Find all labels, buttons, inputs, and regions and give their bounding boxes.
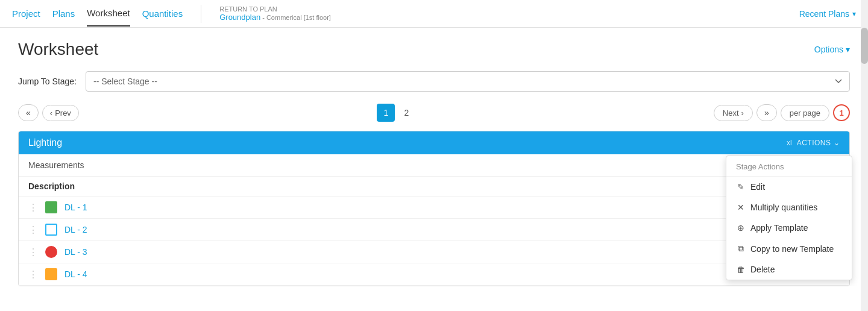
page-1-btn[interactable]: 1: [377, 104, 395, 122]
page-badge: 1: [833, 104, 850, 121]
drag-handle-icon[interactable]: ⋮: [28, 269, 38, 280]
actions-label: ACTIONS: [797, 139, 831, 147]
row-label[interactable]: DL - 2: [64, 225, 87, 234]
nav-links: Project Plans Worksheet Quantities RETUR…: [12, 1, 799, 27]
drag-handle-icon[interactable]: ⋮: [28, 224, 38, 236]
prev-page-button[interactable]: ‹ Prev: [42, 105, 79, 121]
table-header: Lighting xl ACTIONS ⌄ Stage Actions ✎ Ed…: [19, 131, 849, 154]
apply-template-icon: ⊕: [736, 223, 746, 233]
color-swatch: [45, 201, 57, 213]
nav-quantities[interactable]: Quantities: [142, 1, 183, 26]
nav-worksheet[interactable]: Worksheet: [87, 1, 130, 27]
top-nav: Project Plans Worksheet Quantities RETUR…: [0, 0, 868, 28]
last-page-button[interactable]: »: [756, 104, 777, 121]
row-label[interactable]: DL - 3: [64, 247, 87, 257]
multiply-icon: ✕: [736, 203, 746, 212]
chevron-down-icon: ▾: [852, 10, 856, 18]
scroll-thumb[interactable]: [861, 28, 868, 64]
recent-plans-label: Recent Plans: [799, 9, 849, 19]
return-label: RETURN TO PLAN: [219, 5, 331, 13]
table-section: Lighting xl ACTIONS ⌄ Stage Actions ✎ Ed…: [18, 131, 850, 286]
delete-label: Delete: [750, 265, 775, 274]
xl-label: xl: [787, 139, 792, 147]
multiply-label: Multiply quantities: [750, 203, 817, 212]
copy-template-icon: ⧉: [736, 243, 746, 254]
chevron-down-icon: ⌄: [834, 139, 840, 147]
row-label[interactable]: DL - 1: [64, 203, 87, 212]
jump-to-stage-section: Jump To Stage: -- Select Stage --: [0, 65, 868, 101]
return-plan-sub: - Commerical [1st floor]: [260, 14, 331, 21]
table-row: ⋮ DL - 4: [19, 263, 849, 286]
stage-select[interactable]: -- Select Stage --: [86, 71, 850, 92]
table-row: ⋮ DL - 3: [19, 241, 849, 263]
chevron-right-icon: ›: [741, 108, 744, 118]
table-header-actions: xl ACTIONS ⌄: [787, 139, 840, 147]
drag-handle-icon[interactable]: ⋮: [28, 247, 38, 258]
options-button[interactable]: Options ▾: [814, 40, 850, 54]
edit-icon: ✎: [736, 182, 746, 192]
copy-template-label: Copy to new Template: [750, 244, 834, 254]
color-swatch: [45, 268, 57, 280]
dropdown-title: Stage Actions: [726, 156, 852, 177]
return-to-plan: RETURN TO PLAN Groundplan - Commerical […: [219, 5, 331, 22]
chevron-left-icon: ‹: [50, 108, 52, 118]
table-title: Lighting: [28, 137, 62, 148]
next-label: Next: [723, 108, 739, 118]
sub-header: Measurements: [19, 154, 849, 177]
chevron-down-icon: ▾: [846, 45, 850, 54]
recent-plans-btn[interactable]: Recent Plans ▾: [799, 9, 856, 19]
dropdown-multiply[interactable]: ✕ Multiply quantities: [726, 197, 852, 218]
nav-divider: [201, 5, 201, 23]
page-title: Worksheet: [18, 40, 98, 59]
dropdown-copy-template[interactable]: ⧉ Copy to new Template: [726, 238, 852, 259]
nav-project[interactable]: Project: [12, 1, 40, 26]
drag-handle-icon[interactable]: ⋮: [28, 202, 38, 213]
page-header: Worksheet Options ▾: [0, 28, 868, 65]
color-swatch: [45, 246, 57, 258]
delete-icon: 🗑: [736, 265, 746, 274]
return-plan: Groundplan - Commerical [1st floor]: [219, 13, 331, 22]
edit-label: Edit: [750, 182, 765, 192]
page-numbers: 1 2: [83, 104, 710, 122]
table-row: ⋮ DL - 1: [19, 196, 849, 219]
return-plan-link[interactable]: Groundplan: [219, 13, 260, 22]
dropdown-delete[interactable]: 🗑 Delete: [726, 259, 852, 280]
next-page-button[interactable]: Next ›: [714, 105, 753, 121]
first-page-button[interactable]: «: [18, 104, 39, 121]
jump-to-stage-label: Jump To Stage:: [18, 77, 77, 86]
nav-plans[interactable]: Plans: [52, 1, 75, 26]
actions-button[interactable]: ACTIONS ⌄: [797, 139, 840, 147]
col-header: Description: [19, 177, 849, 196]
stage-actions-dropdown: Stage Actions ✎ Edit ✕ Multiply quantiti…: [726, 156, 852, 280]
apply-template-label: Apply Template: [750, 223, 808, 233]
table-row: ⋮ DL - 2: [19, 219, 849, 241]
row-label[interactable]: DL - 4: [64, 269, 87, 279]
scrollbar[interactable]: [861, 0, 868, 286]
pagination: « ‹ Prev 1 2 Next › » per page 1: [0, 101, 868, 131]
per-page-select[interactable]: per page: [781, 105, 829, 121]
options-label: Options: [814, 45, 843, 54]
page-2-btn[interactable]: 2: [397, 104, 415, 122]
color-swatch: [45, 224, 57, 236]
per-page-label: per page: [790, 108, 820, 118]
dropdown-edit[interactable]: ✎ Edit: [726, 177, 852, 197]
dropdown-apply-template[interactable]: ⊕ Apply Template: [726, 218, 852, 238]
prev-label: Prev: [55, 108, 71, 118]
